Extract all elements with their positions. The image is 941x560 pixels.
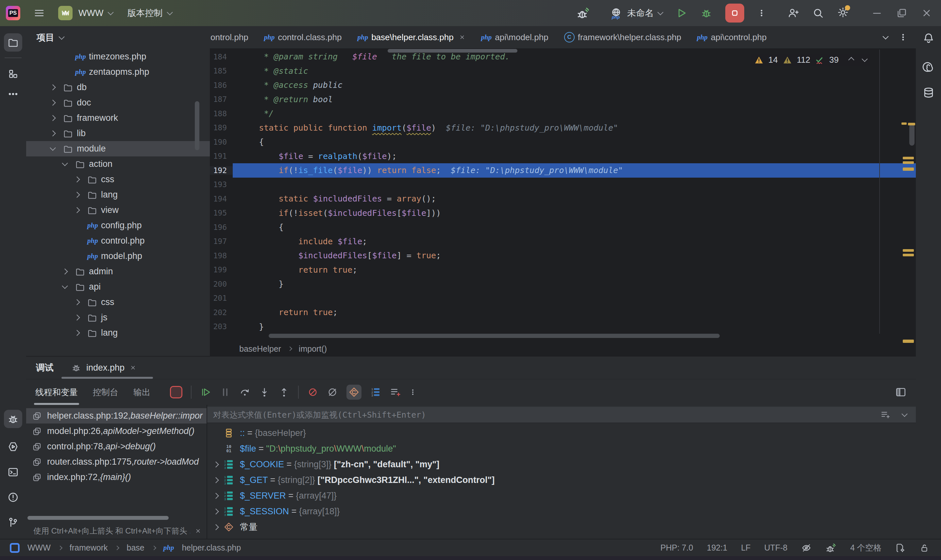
debug-more-icon[interactable] (409, 387, 417, 398)
code-line-193[interactable]: 193 (210, 178, 916, 192)
chevron-right-icon[interactable] (213, 462, 219, 467)
breadcrumb-method[interactable]: import() (299, 344, 327, 354)
write-access-lock-icon[interactable] (919, 543, 929, 553)
chevron-right-icon[interactable] (213, 524, 219, 530)
listen-debug-connections-icon[interactable] (576, 6, 590, 20)
layout-settings-icon[interactable] (895, 386, 907, 398)
tree-item-zentaopms.php[interactable]: phpzentaopms.php (26, 64, 210, 80)
code-line-187[interactable]: 187 * @return bool (210, 92, 916, 107)
stripe-mark[interactable] (903, 254, 914, 256)
ai-assistant-button[interactable] (922, 60, 935, 73)
line-number[interactable]: 186 (210, 81, 233, 89)
line-number[interactable]: 194 (210, 195, 233, 203)
inspections-widget[interactable]: 14 112 39 (751, 54, 870, 66)
variable-row-6[interactable]: 123$_SESSION = {array[18]} (207, 503, 916, 519)
code-line-203[interactable]: 203 } (210, 320, 916, 334)
variable-row-5[interactable]: 123$_SERVER = {array[47]} (207, 488, 916, 503)
line-number[interactable]: 199 (210, 265, 233, 274)
code-line-197[interactable]: 197 include $file; (210, 234, 916, 249)
chevron-right-icon[interactable] (50, 130, 56, 136)
line-number[interactable]: 200 (210, 280, 233, 288)
chevron-right-icon[interactable] (74, 192, 80, 198)
tab-threads-variables[interactable]: 线程和变量 (35, 379, 78, 405)
more-actions-icon[interactable] (757, 7, 766, 19)
resume-button[interactable] (200, 387, 211, 398)
editor-hscrollbar[interactable] (269, 334, 720, 338)
status-crumb-framework[interactable]: framework (69, 543, 108, 552)
tab-output[interactable]: 输出 (133, 379, 150, 405)
caret-position-widget[interactable]: 192:1 (707, 543, 728, 552)
variable-row-1[interactable]: :: = {baseHelper} (207, 425, 916, 441)
git-toolwindow-button[interactable] (4, 513, 22, 532)
run-button[interactable] (676, 7, 687, 19)
status-crumb-base[interactable]: base (126, 543, 144, 552)
project-toolwindow-button[interactable] (4, 33, 22, 52)
tree-item-module[interactable]: module (26, 141, 210, 156)
next-problem-icon[interactable] (862, 56, 867, 62)
debug-button[interactable] (700, 7, 712, 19)
line-number[interactable]: 197 (210, 237, 233, 246)
editor-tab-base-helper.class.php[interactable]: phpbase\helper.class.php (349, 26, 473, 48)
frames-scrollbar[interactable] (28, 516, 169, 520)
code-line-199[interactable]: 199 return true; (210, 263, 916, 277)
project-panel-header[interactable]: 项目 (26, 26, 210, 49)
chevron-right-icon[interactable] (74, 207, 80, 213)
tree-item-db[interactable]: db (26, 80, 210, 95)
project-switcher[interactable]: WWW (79, 8, 103, 18)
line-number[interactable]: 202 (210, 308, 233, 317)
tree-item-timezones.php[interactable]: phptimezones.php (26, 49, 210, 64)
session-close-icon[interactable] (130, 365, 136, 371)
tab-close-icon[interactable] (459, 34, 466, 40)
chevron-down-icon[interactable] (50, 145, 56, 151)
project-status-icon[interactable] (10, 543, 20, 553)
chevron-down-icon[interactable] (62, 160, 68, 166)
tree-item-admin[interactable]: admin (26, 264, 210, 279)
more-toolwindows-button[interactable] (4, 85, 22, 103)
chevron-right-icon[interactable] (74, 176, 80, 182)
tree-item-lang[interactable]: lang (26, 187, 210, 202)
code-line-191[interactable]: 191 $file = realpath($file); (210, 149, 916, 164)
frame-item-1[interactable]: helper.class.php:192, baseHelper::impor (26, 408, 207, 423)
line-number[interactable]: 188 (210, 109, 233, 118)
debug-listening-icon[interactable] (825, 542, 836, 554)
chevron-right-icon[interactable] (50, 84, 56, 90)
line-number[interactable]: 191 (210, 152, 233, 160)
tree-item-lib[interactable]: lib (26, 126, 210, 141)
variable-row-3[interactable]: 123$_COOKIE = {string[3]} ["zh-cn", "def… (207, 457, 916, 472)
tab-options-icon[interactable] (899, 33, 907, 42)
php-version-widget[interactable]: PHP: 7.0 (660, 543, 693, 552)
editor-tab-framework-helper.class.php[interactable]: Cframework\helper.class.php (556, 26, 689, 48)
chevron-right-icon[interactable] (74, 330, 80, 336)
tabbar-scrollbar[interactable] (388, 49, 517, 52)
breadcrumb[interactable]: baseHelper import() (210, 342, 916, 356)
line-number[interactable]: 201 (210, 294, 233, 302)
highlighting-level-icon[interactable] (801, 543, 811, 553)
stripe-mark[interactable] (903, 161, 914, 164)
frame-item-4[interactable]: router.class.php:1775, router->loadMod (26, 454, 207, 469)
stop-button[interactable] (725, 4, 744, 23)
editor-tab-ontrol.php[interactable]: ontrol.php (210, 26, 256, 48)
hidden-tabs-chevron-icon[interactable] (882, 33, 889, 39)
variable-row-2[interactable]: 1001$file = "D:\phpstudy_pro\WWW\module" (207, 441, 916, 457)
search-everywhere-icon[interactable] (812, 7, 824, 19)
view-breakpoints-button[interactable] (307, 387, 318, 398)
terminal-toolwindow-button[interactable] (4, 463, 22, 481)
stripe-mark[interactable] (903, 168, 914, 171)
frame-item-2[interactable]: model.php:26, apiModel->getMethod() (26, 423, 207, 439)
code-line-195[interactable]: 195 if(!isset($includedFiles[$file])) (210, 206, 916, 220)
code-line-188[interactable]: 188 */ (210, 106, 916, 121)
prev-problem-icon[interactable] (848, 57, 854, 63)
editor-tab-api-control.php[interactable]: phpapi\control.php (689, 26, 774, 48)
step-into-button[interactable] (259, 387, 270, 398)
structure-toolwindow-button[interactable] (4, 65, 22, 83)
threads-list-button[interactable]: 123 (370, 387, 381, 398)
editor-tab-control.class.php[interactable]: phpcontrol.class.php (256, 26, 350, 48)
new-watch-button[interactable] (390, 387, 401, 398)
line-number[interactable]: 203 (210, 322, 233, 331)
window-close-button[interactable] (921, 7, 932, 19)
debug-toolwindow-button[interactable] (4, 410, 22, 428)
tree-item-config.php[interactable]: phpconfig.php (26, 218, 210, 233)
line-separator-widget[interactable]: LF (741, 543, 750, 552)
frame-item-3[interactable]: control.php:78, api->debug() (26, 439, 207, 454)
project-switcher-chevron-icon[interactable] (108, 9, 114, 15)
